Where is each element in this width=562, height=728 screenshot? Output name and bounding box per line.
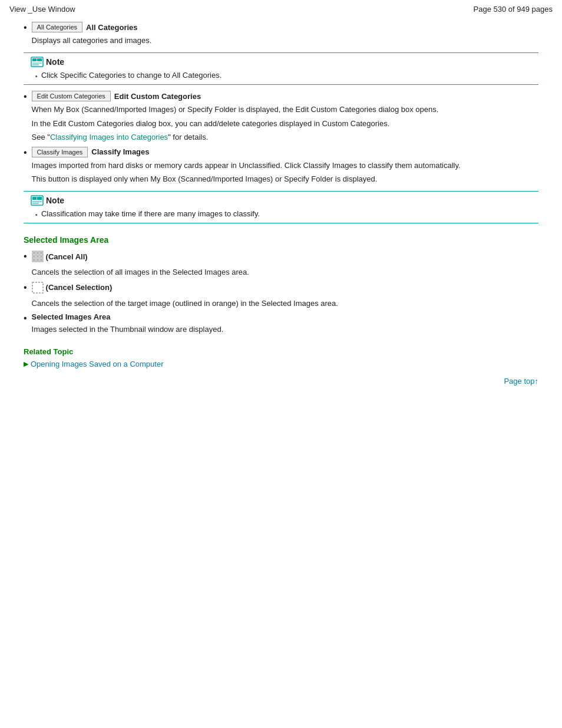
selected-images-area-sub-item: • Selected Images Area Images selected i… [24,312,538,335]
edit-custom-desc2: In the Edit Custom Categories dialog box… [32,118,538,130]
selected-images-area-heading: Selected Images Area [24,235,538,245]
all-categories-button[interactable]: All Categories [32,22,82,32]
note-title-2: Note [46,196,64,205]
edit-custom-categories-item: • Edit Custom Categories Edit Custom Cat… [24,91,538,143]
all-categories-heading: All Categories [86,23,137,32]
cancel-selection-icon [32,282,44,294]
svg-rect-1 [32,58,37,61]
cancel-selection-label: (Cancel Selection) [46,283,113,292]
svg-rect-21 [33,259,35,261]
classifying-images-link[interactable]: Classifying Images into Categories [50,133,168,141]
cancel-all-icon [32,251,44,262]
svg-rect-19 [37,255,39,258]
note-text-2: Classification may take time if there ar… [41,208,260,220]
arrow-right-icon: ▶ [24,360,28,368]
cancel-all-item: • [24,251,538,278]
menu-bar: View _Use Window [9,5,75,14]
edit-custom-categories-content: Edit Custom Categories Edit Custom Categ… [32,91,538,143]
note-bullet-1: ▪ [35,71,38,81]
edit-custom-desc3-suffix: " for details. [168,133,208,141]
cancel-all-content: (Cancel All) Cancels the selection of al… [32,251,538,278]
cancel-selection-content: (Cancel Selection) Cancels the selection… [32,282,538,309]
classify-images-desc2: This button is displayed only when My Bo… [32,173,538,185]
edit-custom-categories-heading: Edit Custom Categories [114,92,201,101]
bullet-dot-5: • [24,283,27,292]
bullet-dot-2: • [24,92,27,101]
svg-rect-15 [33,252,35,254]
selected-images-area-sub-content: Selected Images Area Images selected in … [32,312,538,335]
page-indicator: Page 530 of 949 pages [474,5,553,14]
note-header-1: Note [31,57,531,67]
note-item-2: ▪ Classification may take time if there … [31,208,531,220]
cancel-all-label: (Cancel All) [46,252,88,261]
cancel-all-desc: Cancels the selection of all images in t… [32,266,538,278]
cancel-selection-desc: Cancels the selection of the target imag… [32,298,538,309]
edit-custom-desc3: See "Classifying Images into Categories"… [32,131,538,143]
cancel-selection-item: • (Cancel Selection) Cancels the selecti… [24,282,538,309]
note-item-1: ▪ Click Specific Categories to change to… [31,70,531,81]
svg-rect-20 [40,255,42,258]
svg-rect-17 [40,252,42,254]
bullet-dot-4: • [24,252,27,261]
svg-rect-16 [37,252,39,254]
related-topic-item: ▶ Opening Images Saved on a Computer [24,360,538,368]
svg-rect-22 [37,259,39,261]
edit-custom-categories-button[interactable]: Edit Custom Categories [32,91,111,101]
bullet-dot-6: • [24,314,27,323]
selected-images-area-sub-label: Selected Images Area [32,312,111,321]
svg-rect-6 [32,197,37,200]
note-box-2: Note ▪ Classification may take time if t… [24,191,538,224]
classify-images-heading: Classify Images [91,147,149,156]
note-icon-2 [31,195,44,206]
bullet-dot-3: • [24,148,27,157]
classify-images-button[interactable]: Classify Images [32,147,88,157]
all-categories-desc: Displays all categories and images. [32,35,538,47]
top-bar: View _Use Window Page 530 of 949 pages [0,0,562,16]
selected-images-area-sub-desc: Images selected in the Thumbnail window … [32,324,538,335]
note-bullet-2: ▪ [35,210,38,220]
edit-custom-desc3-prefix: See " [32,133,50,141]
all-categories-item: • All Categories All Categories Displays… [24,22,538,47]
svg-rect-24 [32,282,43,293]
note-box-1: Note ▪ Click Specific Categories to chan… [24,52,538,85]
note-text-1: Click Specific Categories to change to A… [41,70,222,81]
svg-rect-23 [40,259,42,261]
related-link[interactable]: Opening Images Saved on a Computer [31,360,163,368]
classify-images-item: • Classify Images Classify Images Images… [24,147,538,185]
classify-images-desc1: Images imported from hard disks or memor… [32,160,538,172]
note-header-2: Note [31,195,531,206]
classify-images-content: Classify Images Classify Images Images i… [32,147,538,185]
page-top[interactable]: Page top↑ [24,377,538,386]
note-icon-1 [31,57,44,67]
svg-rect-7 [37,197,42,200]
svg-rect-2 [37,58,42,61]
svg-rect-18 [33,255,35,258]
main-content: • All Categories All Categories Displays… [0,16,562,397]
edit-custom-desc1: When My Box (Scanned/Imported Images) or… [32,104,538,116]
bullet-dot: • [24,23,27,32]
related-topic-heading: Related Topic [24,347,538,356]
note-title-1: Note [46,57,64,67]
page-top-link[interactable]: Page top↑ [504,377,538,386]
all-categories-content: All Categories All Categories Displays a… [32,22,538,47]
